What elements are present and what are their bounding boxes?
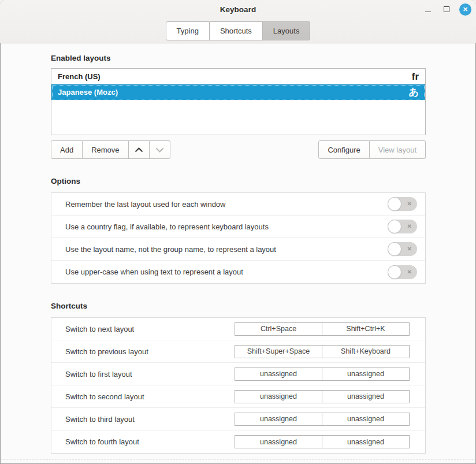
tab-label: Layouts [273, 27, 300, 35]
shortcut-label: Switch to third layout [65, 415, 135, 424]
maximize-icon [444, 6, 449, 12]
chevron-down-icon [155, 147, 164, 153]
window-controls: ✕ [422, 0, 471, 18]
toggle-switch[interactable]: ✕ [388, 197, 417, 211]
keybinding-cell-2[interactable]: Shift+Ctrl+K [322, 323, 409, 335]
toggle-knob [388, 220, 401, 233]
shortcut-row: Switch to next layout Ctrl+Space Shift+C… [51, 318, 425, 340]
keybinding-cell-2[interactable]: unassigned [322, 413, 409, 425]
toggle-switch[interactable]: ✕ [388, 242, 417, 256]
layout-indicator-glyph: fr [412, 72, 419, 81]
keybinding-cell-1[interactable]: unassigned [235, 413, 322, 425]
content-area: Enabled layouts French (US) fr Japanese … [0, 43, 476, 464]
chevron-up-icon [135, 147, 143, 153]
close-button[interactable]: ✕ [459, 3, 471, 16]
keybinding-pair: unassigned unassigned [235, 368, 410, 381]
layout-indicator-glyph: あ [409, 87, 419, 97]
tab-shortcuts[interactable]: Shortcuts [210, 21, 263, 40]
option-row: Use upper-case when using text to repres… [51, 261, 425, 283]
scroll-focus-dashes [0, 459, 476, 459]
maximize-button[interactable] [441, 3, 452, 15]
option-label: Use a country flag, if available, to rep… [65, 222, 269, 231]
window-title: Keyboard [220, 5, 256, 14]
layout-edit-group: Add Remove [51, 140, 170, 159]
toggle-switch[interactable]: ✕ [388, 220, 417, 233]
keyboard-settings-window: Keyboard ✕ TypingShortcutsLayouts Enable… [0, 0, 476, 464]
layout-action-group: Configure View layout [318, 140, 426, 159]
options-box: Remember the last layout used for each w… [51, 192, 426, 284]
layout-list[interactable]: French (US) fr Japanese (Mozc) あ [51, 68, 426, 135]
toggle-off-icon: ✕ [407, 224, 412, 229]
keybinding-pair: unassigned unassigned [235, 435, 410, 448]
keybinding-cell-2[interactable]: unassigned [322, 368, 409, 380]
layout-name: Japanese (Mozc) [58, 88, 118, 96]
toggle-off-icon: ✕ [407, 269, 412, 274]
shortcut-label: Switch to fourth layout [65, 437, 139, 446]
toggle-knob [388, 265, 401, 279]
toggle-off-icon: ✕ [407, 201, 412, 207]
layout-name: French (US) [58, 72, 101, 81]
add-button[interactable]: Add [51, 140, 83, 159]
tab-typing[interactable]: Typing [166, 21, 210, 40]
spacer [170, 140, 319, 159]
keybinding-cell-2[interactable]: Shift+Keyboard [322, 346, 409, 358]
minimize-icon [425, 12, 431, 12]
option-row: Use the layout name, not the group name,… [51, 238, 425, 261]
close-icon: ✕ [463, 6, 468, 13]
shortcut-label: Switch to previous layout [65, 347, 148, 356]
keybinding-cell-1[interactable]: unassigned [235, 368, 322, 380]
toggle-switch[interactable]: ✕ [388, 265, 417, 279]
move-down-button[interactable] [150, 140, 170, 159]
view-layout-button[interactable]: View layout [370, 140, 426, 159]
keybinding-pair: unassigned unassigned [235, 413, 410, 426]
option-label: Use upper-case when using text to repres… [65, 268, 243, 276]
keybinding-cell-2[interactable]: unassigned [322, 436, 409, 448]
keybinding-cell-1[interactable]: Ctrl+Space [235, 323, 322, 335]
toggle-off-icon: ✕ [407, 246, 412, 252]
keybinding-pair: unassigned unassigned [235, 390, 410, 403]
titlebar[interactable]: Keyboard ✕ [0, 0, 476, 18]
tab-bar: TypingShortcutsLayouts [0, 21, 476, 40]
configure-button[interactable]: Configure [318, 140, 369, 159]
keybinding-pair: Ctrl+Space Shift+Ctrl+K [235, 322, 410, 336]
shortcut-row: Switch to first layout unassigned unassi… [51, 363, 425, 385]
options-heading: Options [51, 177, 426, 185]
tab-label: Typing [177, 27, 199, 35]
tab-layouts[interactable]: Layouts [263, 21, 311, 40]
option-label: Use the layout name, not the group name,… [65, 245, 276, 254]
tab-label: Shortcuts [220, 27, 252, 35]
shortcut-row: Switch to previous layout Shift+Super+Sp… [51, 340, 425, 363]
keybinding-pair: Shift+Super+Space Shift+Keyboard [235, 345, 410, 358]
keybinding-cell-1[interactable]: unassigned [235, 436, 322, 448]
shortcut-row: Switch to fourth layout unassigned unass… [51, 430, 425, 453]
toggle-knob [388, 242, 401, 256]
tab-group: TypingShortcutsLayouts [166, 21, 311, 40]
shortcuts-box: Switch to next layout Ctrl+Space Shift+C… [51, 317, 426, 454]
keybinding-cell-1[interactable]: Shift+Super+Space [235, 346, 322, 358]
window-header: Keyboard ✕ TypingShortcutsLayouts [0, 0, 476, 43]
remove-button[interactable]: Remove [83, 140, 128, 159]
shortcuts-heading: Shortcuts [51, 302, 426, 310]
keybinding-cell-1[interactable]: unassigned [235, 391, 322, 403]
layout-row[interactable]: French (US) fr [51, 69, 425, 84]
shortcut-label: Switch to next layout [65, 325, 134, 333]
shortcut-row: Switch to third layout unassigned unassi… [51, 408, 425, 430]
option-row: Remember the last layout used for each w… [51, 193, 425, 216]
layout-row[interactable]: Japanese (Mozc) あ [51, 84, 425, 100]
shortcut-row: Switch to second layout unassigned unass… [51, 385, 425, 408]
toggle-knob [388, 197, 401, 211]
option-row: Use a country flag, if available, to rep… [51, 216, 425, 238]
shortcut-label: Switch to second layout [65, 392, 144, 401]
move-up-button[interactable] [129, 140, 150, 159]
option-label: Remember the last layout used for each w… [65, 200, 225, 209]
shortcut-label: Switch to first layout [65, 370, 132, 378]
keybinding-cell-2[interactable]: unassigned [322, 391, 409, 403]
layout-list-buttons: Add Remove Configure View layout [51, 140, 426, 159]
enabled-layouts-heading: Enabled layouts [51, 54, 426, 62]
minimize-button[interactable] [422, 3, 434, 15]
